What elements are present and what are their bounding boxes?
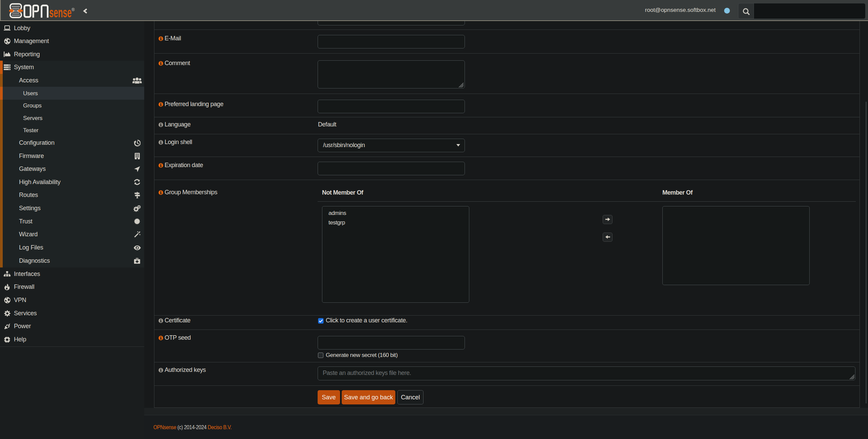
svg-text:®: ®: [72, 7, 75, 12]
svg-text:sense: sense: [49, 5, 72, 19]
